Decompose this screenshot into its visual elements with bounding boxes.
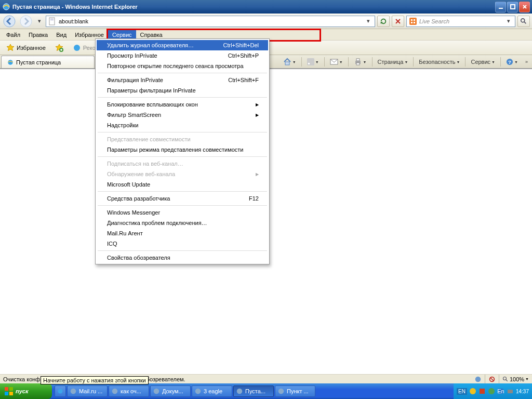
tray-icon-5[interactable]: [507, 388, 514, 395]
taskbar-item[interactable]: 3 eagle: [192, 385, 232, 397]
menu-item[interactable]: ICQ: [97, 238, 268, 249]
zoom-control[interactable]: 100% ▼: [502, 376, 529, 382]
menu-item[interactable]: Фильтр SmartScreen: [97, 110, 268, 120]
clock[interactable]: 14:37: [516, 389, 529, 394]
taskbar-item[interactable]: Пункт ...: [275, 385, 315, 397]
window-title: Пустая страница - Windows Internet Explo…: [12, 4, 495, 10]
taskbar-item[interactable]: Докум...: [150, 385, 191, 397]
svg-point-36: [154, 389, 159, 394]
print-button[interactable]: ▼: [352, 58, 369, 66]
home-button[interactable]: ▼: [281, 58, 298, 66]
svg-rect-30: [9, 387, 13, 391]
forward-button[interactable]: [19, 15, 33, 28]
menu-item[interactable]: Средства разработчикаF12: [97, 193, 268, 204]
search-go-button[interactable]: [517, 16, 530, 27]
protected-mode-icon: [488, 376, 496, 383]
menu-item: Обнаружение веб-канала: [97, 169, 268, 179]
svg-rect-18: [307, 58, 314, 65]
tray-icon-4[interactable]: En: [497, 388, 504, 395]
svg-rect-11: [411, 22, 413, 23]
svg-point-35: [112, 389, 118, 394]
svg-point-37: [195, 389, 201, 394]
tray-icon-3[interactable]: [488, 388, 495, 395]
add-favorite-button[interactable]: [52, 43, 66, 53]
star-add-icon: [55, 44, 63, 52]
svg-rect-6: [50, 19, 54, 19]
tools-dropdown-menu: Удалить журнал обозревателя…Ctrl+Shift+D…: [95, 38, 270, 264]
address-dropdown[interactable]: ▾: [364, 18, 373, 24]
svg-text:?: ?: [508, 59, 511, 65]
svg-rect-17: [285, 62, 289, 65]
refresh-button[interactable]: [377, 16, 390, 27]
menu-item[interactable]: Блокирование всплывающих окон: [97, 99, 268, 110]
tools-menu[interactable]: Сервис ▼: [469, 59, 497, 65]
internet-zone-icon: [474, 376, 482, 383]
search-box[interactable]: Live Search ▾: [406, 16, 515, 27]
favorites-label: Избранное: [17, 45, 46, 51]
stop-button[interactable]: [392, 16, 404, 27]
svg-point-39: [278, 389, 284, 394]
svg-rect-23: [356, 63, 360, 65]
favorites-button[interactable]: Избранное: [3, 43, 49, 53]
svg-rect-41: [480, 389, 485, 394]
menu-item[interactable]: Параметры режима представления совместим…: [97, 144, 268, 155]
address-input[interactable]: [59, 17, 364, 26]
svg-rect-2: [511, 5, 515, 9]
tray-icon-1[interactable]: [469, 388, 476, 395]
language-indicator[interactable]: EN: [457, 388, 467, 395]
safety-menu[interactable]: Безопасность ▼: [417, 59, 462, 65]
minimize-button[interactable]: [495, 2, 506, 12]
start-label: пуск: [16, 388, 29, 394]
menu-item[interactable]: Повторное открытие последнего сеанса про…: [97, 61, 268, 71]
menu-item[interactable]: Просмотр InPrivateCtrl+Shift+P: [97, 50, 268, 61]
menu-item[interactable]: Удалить журнал обозревателя…Ctrl+Shift+D…: [97, 40, 268, 50]
back-button[interactable]: [2, 15, 17, 28]
svg-point-42: [488, 388, 495, 394]
search-dropdown[interactable]: ▾: [504, 18, 513, 24]
live-search-icon: [409, 17, 417, 25]
svg-rect-8: [409, 18, 417, 25]
svg-rect-1: [499, 8, 503, 9]
svg-point-15: [74, 45, 80, 51]
menu-правка[interactable]: Правка: [24, 29, 52, 40]
status-text-right: обозревателем.: [143, 376, 185, 382]
nav-history-dropdown[interactable]: ▾: [35, 18, 44, 24]
menu-item[interactable]: Надстройки: [97, 120, 268, 130]
tray-icon-2[interactable]: [478, 388, 486, 395]
feeds-button[interactable]: ▼: [305, 58, 321, 65]
menu-item[interactable]: Microsoft Update: [97, 179, 268, 190]
menu-item[interactable]: Свойства обозревателя: [97, 252, 268, 263]
menu-item[interactable]: Параметры фильтрации InPrivate: [97, 85, 268, 96]
menu-item[interactable]: Mail.Ru Агент: [97, 228, 268, 238]
svg-point-19: [308, 63, 310, 65]
svg-rect-32: [9, 392, 13, 395]
start-button[interactable]: пуск: [0, 383, 52, 399]
taskbar-item[interactable]: как оч...: [109, 385, 149, 397]
star-icon: [6, 44, 15, 52]
svg-rect-45: [508, 390, 513, 393]
help-button[interactable]: ?▼: [504, 58, 520, 65]
expand-toolbar[interactable]: »: [523, 59, 530, 64]
tab-page-icon: [7, 59, 14, 66]
menu-вид[interactable]: Вид: [52, 29, 71, 40]
maximize-button[interactable]: [507, 2, 518, 12]
ie-icon: [2, 3, 10, 11]
close-button[interactable]: [519, 2, 530, 12]
menu-item[interactable]: Фильтрация InPrivateCtrl+Shift+F: [97, 75, 268, 85]
svg-point-38: [237, 389, 243, 394]
svg-point-3: [4, 16, 15, 27]
svg-text:En: En: [497, 388, 504, 394]
taskbar-item[interactable]: Пуста...: [233, 385, 274, 397]
quick-launch[interactable]: [55, 385, 66, 397]
svg-rect-12: [414, 22, 415, 23]
taskbar-item[interactable]: Mail.ru ...: [67, 385, 108, 397]
tab-title: Пустая страница: [16, 59, 61, 65]
menu-item[interactable]: Диагностика проблем подключения…: [97, 218, 268, 228]
menu-item[interactable]: Windows Messenger: [97, 207, 268, 218]
svg-point-4: [20, 16, 32, 27]
menu-файл[interactable]: Файл: [2, 29, 24, 40]
page-menu[interactable]: Страница ▼: [376, 59, 410, 65]
svg-rect-29: [5, 387, 8, 391]
browser-tab[interactable]: Пустая страница: [1, 56, 95, 68]
mail-button[interactable]: ▼: [328, 58, 345, 65]
